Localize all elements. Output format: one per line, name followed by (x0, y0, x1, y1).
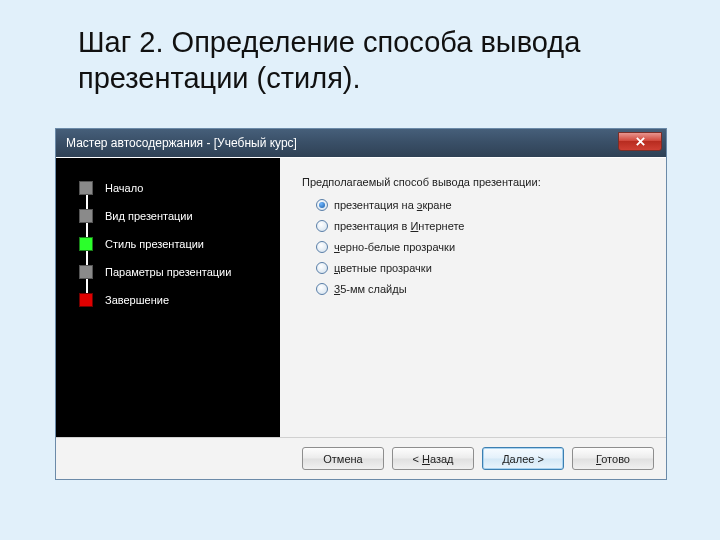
step-label: Завершение (105, 294, 169, 306)
step-marker (79, 209, 93, 223)
step-marker (79, 237, 93, 251)
window-title: Мастер автосодержания - [Учебный курс] (66, 136, 297, 150)
step-marker (79, 265, 93, 279)
wizard-step: Начало (56, 174, 280, 202)
titlebar: Мастер автосодержания - [Учебный курс] (56, 129, 666, 157)
next-button[interactable]: Далее > (482, 447, 564, 470)
output-option[interactable]: презентация в Интернете (316, 217, 650, 235)
option-label: 35-мм слайды (334, 283, 407, 295)
radio-icon[interactable] (316, 220, 328, 232)
radio-icon[interactable] (316, 241, 328, 253)
wizard-content: Предполагаемый способ вывода презентации… (280, 158, 666, 437)
option-label: цветные прозрачки (334, 262, 432, 274)
cancel-button[interactable]: Отмена (302, 447, 384, 470)
option-label: черно-белые прозрачки (334, 241, 455, 253)
output-option[interactable]: 35-мм слайды (316, 280, 650, 298)
radio-icon[interactable] (316, 199, 328, 211)
step-label: Вид презентации (105, 210, 193, 222)
step-label: Начало (105, 182, 143, 194)
close-icon (635, 136, 646, 147)
step-marker (79, 181, 93, 195)
option-label: презентация на экране (334, 199, 452, 211)
back-button[interactable]: < Назад (392, 447, 474, 470)
slide-title: Шаг 2. Определение способа вывода презен… (0, 0, 720, 107)
step-label: Стиль презентации (105, 238, 204, 250)
wizard-step: Параметры презентации (56, 258, 280, 286)
output-option[interactable]: цветные прозрачки (316, 259, 650, 277)
output-option[interactable]: презентация на экране (316, 196, 650, 214)
output-option[interactable]: черно-белые прозрачки (316, 238, 650, 256)
close-button[interactable] (618, 132, 662, 151)
option-label: презентация в Интернете (334, 220, 464, 232)
step-label: Параметры презентации (105, 266, 231, 278)
wizard-step: Завершение (56, 286, 280, 314)
output-prompt: Предполагаемый способ вывода презентации… (302, 176, 650, 188)
step-marker (79, 293, 93, 307)
wizard-buttons: Отмена < Назад Далее > Готово (56, 437, 666, 479)
radio-icon[interactable] (316, 283, 328, 295)
radio-icon[interactable] (316, 262, 328, 274)
wizard-body: НачалоВид презентацииСтиль презентацииПа… (56, 157, 666, 437)
wizard-step: Стиль презентации (56, 230, 280, 258)
wizard-step: Вид презентации (56, 202, 280, 230)
wizard-window: Мастер автосодержания - [Учебный курс] Н… (55, 128, 667, 480)
finish-button[interactable]: Готово (572, 447, 654, 470)
wizard-sidebar: НачалоВид презентацииСтиль презентацииПа… (56, 158, 280, 437)
